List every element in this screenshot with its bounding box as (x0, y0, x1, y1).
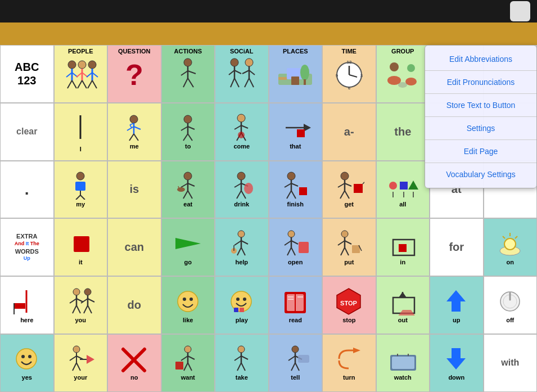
cell-2-3[interactable]: eat (161, 161, 215, 219)
svg-rect-154 (14, 303, 25, 309)
menu-item-abbreviations[interactable]: Edit Abbreviations (425, 49, 536, 69)
cell-4-8[interactable]: up (430, 276, 484, 334)
menu-item-vocab-settings[interactable]: Vocabulary Settings (425, 164, 536, 184)
svg-line-33 (242, 70, 249, 74)
category-label: ACTIONS (162, 48, 215, 55)
cell-label: that (290, 143, 301, 150)
cell-0-6[interactable]: TIME 12 3 6 9 (322, 45, 376, 103)
cell-3-2[interactable]: can (107, 218, 161, 276)
svg-point-149 (504, 238, 516, 250)
turn-icon (333, 345, 364, 373)
cell-4-6[interactable]: STOP stop (322, 276, 376, 334)
svg-rect-137 (299, 242, 309, 253)
menu-item-store-text[interactable]: Store Text to Button (425, 95, 536, 115)
menu-item-pronunciations[interactable]: Edit Pronunciations (425, 72, 536, 92)
svg-point-123 (238, 231, 245, 237)
cell-5-9[interactable]: with (484, 334, 538, 392)
in-icon (387, 229, 418, 258)
cell-5-6[interactable]: turn (322, 334, 376, 392)
menu-item-settings[interactable]: Settings (425, 118, 536, 138)
cell-3-5[interactable]: open (269, 218, 323, 276)
svg-line-23 (183, 78, 188, 87)
cell-2-2[interactable]: is (107, 161, 161, 219)
cell-label: open (288, 259, 303, 265)
svg-point-0 (68, 61, 76, 69)
menu-item-edit-page[interactable]: Edit Page (425, 141, 536, 161)
cell-2-1[interactable]: my (54, 161, 108, 219)
cell-1-3[interactable]: to (161, 103, 215, 161)
cell-5-8[interactable]: down (430, 334, 484, 392)
svg-point-169 (183, 298, 186, 301)
cell-4-7[interactable]: out (376, 276, 430, 334)
cell-4-1[interactable]: you (54, 276, 108, 334)
cell-5-3[interactable]: want (161, 334, 215, 392)
cell-5-0[interactable]: yes (0, 334, 54, 392)
cell-3-3[interactable]: go (161, 218, 215, 276)
cell-5-2[interactable]: no (107, 334, 161, 392)
cell-3-0[interactable]: EXTRA And It The WORDS Up (0, 218, 54, 276)
close-button[interactable] (510, 1, 530, 21)
cell-4-9[interactable]: off (484, 276, 538, 334)
cell-0-4[interactable]: SOCiAL (215, 45, 269, 103)
here-icon (11, 287, 42, 316)
cell-1-5[interactable]: that (269, 103, 323, 161)
svg-line-84 (80, 195, 85, 200)
cell-0-1[interactable]: PEOPLE (54, 45, 108, 103)
svg-line-10 (78, 80, 82, 88)
cell-3-4[interactable]: help (215, 218, 269, 276)
play-icon (226, 287, 257, 316)
svg-line-127 (237, 247, 241, 255)
cell-0-7[interactable]: GROUP (376, 45, 430, 103)
cell-2-5[interactable]: finish (269, 161, 323, 219)
cell-0-2[interactable]: QUESTION ? (107, 45, 161, 103)
cell-0-5[interactable]: PLACES (269, 45, 323, 103)
like-icon (173, 287, 204, 316)
cell-3-1[interactable]: it (54, 218, 108, 276)
cell-4-4[interactable]: play (215, 276, 269, 334)
cell-3-7[interactable]: in (376, 218, 430, 276)
cell-5-7[interactable]: watch (376, 334, 430, 392)
cell-label: here (20, 317, 33, 323)
cell-4-5[interactable]: read (269, 276, 323, 334)
svg-marker-122 (175, 238, 201, 249)
cell-1-4[interactable]: come (215, 103, 269, 161)
cell-2-7[interactable]: all (376, 161, 430, 219)
cell-label: like (183, 317, 193, 323)
cell-2-4[interactable]: drink (215, 161, 269, 219)
svg-line-104 (287, 191, 291, 199)
cell-label: tell (291, 374, 300, 381)
cell-5-5[interactable]: tell (269, 334, 323, 392)
svg-line-97 (237, 191, 241, 199)
svg-line-89 (183, 191, 188, 199)
cell-label: no (130, 374, 138, 381)
cell-0-0[interactable]: ABC123 (0, 45, 54, 103)
cell-3-6[interactable]: put (322, 218, 376, 276)
svg-point-64 (184, 115, 192, 123)
svg-line-216 (241, 356, 248, 359)
all-icon (387, 172, 418, 200)
cell-5-1[interactable]: your (54, 334, 108, 392)
cell-2-0[interactable]: . (0, 161, 54, 219)
cell-2-6[interactable]: get (322, 161, 376, 219)
cell-3-8[interactable]: for (430, 218, 484, 276)
svg-line-60 (129, 134, 134, 141)
cell-1-7[interactable]: the (376, 103, 430, 161)
svg-line-210 (184, 363, 188, 371)
svg-line-35 (245, 78, 249, 87)
svg-rect-39 (291, 76, 299, 85)
cell-0-3[interactable]: ACTIONS (161, 45, 215, 103)
svg-line-109 (338, 183, 345, 187)
cell-4-3[interactable]: like (161, 276, 215, 334)
cell-1-6[interactable]: a- (322, 103, 376, 161)
svg-rect-180 (288, 299, 294, 300)
svg-line-16 (88, 80, 92, 88)
cell-1-2[interactable]: me (107, 103, 161, 161)
svg-line-160 (73, 305, 76, 313)
cell-4-2[interactable]: do (107, 276, 161, 334)
cell-4-0[interactable]: here (0, 276, 54, 334)
svg-line-67 (188, 127, 195, 129)
cell-3-9[interactable]: on (484, 218, 538, 276)
cell-1-0[interactable]: clear (0, 103, 54, 161)
cell-1-1[interactable]: I (54, 103, 108, 161)
cell-5-4[interactable]: take (215, 334, 269, 392)
